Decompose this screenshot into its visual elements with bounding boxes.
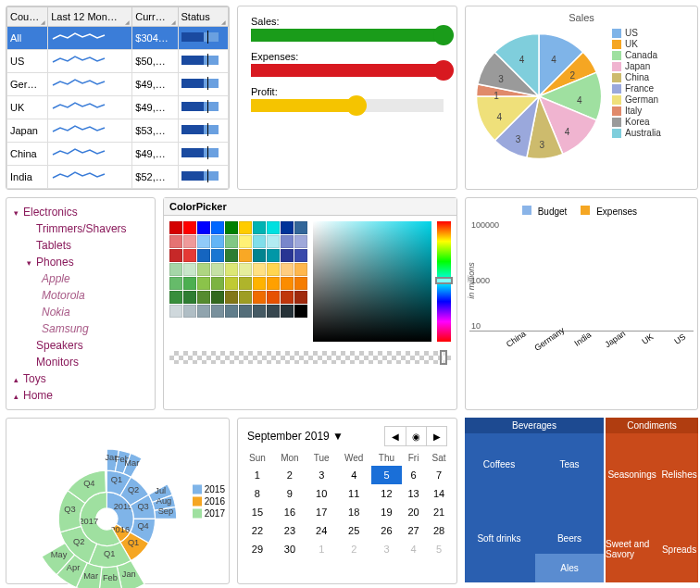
- color-swatch[interactable]: [294, 277, 307, 290]
- color-swatch[interactable]: [183, 249, 196, 262]
- color-swatch[interactable]: [239, 277, 252, 290]
- color-swatch[interactable]: [225, 249, 238, 262]
- tree-item[interactable]: Trimmers/Shavers: [14, 220, 147, 237]
- color-swatch[interactable]: [294, 235, 307, 248]
- treemap-cell[interactable]: Spreads: [660, 517, 698, 582]
- calendar-day[interactable]: 12: [371, 484, 402, 503]
- alpha-thumb[interactable]: [440, 350, 447, 365]
- color-swatch[interactable]: [253, 305, 266, 318]
- column-header[interactable]: Curr…: [132, 7, 178, 27]
- color-swatch[interactable]: [253, 221, 266, 234]
- color-swatch[interactable]: [267, 277, 280, 290]
- color-swatch[interactable]: [225, 263, 238, 276]
- color-swatch[interactable]: [253, 291, 266, 304]
- hue-slider[interactable]: [437, 221, 451, 342]
- calendar-day[interactable]: 1: [306, 540, 337, 558]
- tree-item[interactable]: ▴Toys: [14, 370, 147, 387]
- color-swatch[interactable]: [267, 249, 280, 262]
- treemap-cell[interactable]: Relishes: [660, 435, 698, 515]
- color-swatch[interactable]: [197, 249, 210, 262]
- alpha-slider[interactable]: [169, 351, 451, 364]
- color-swatch[interactable]: [239, 249, 252, 262]
- color-swatch[interactable]: [169, 221, 182, 234]
- color-swatch[interactable]: [169, 235, 182, 248]
- slider-thumb[interactable]: [346, 95, 367, 116]
- color-swatch[interactable]: [183, 221, 196, 234]
- color-swatch[interactable]: [281, 263, 294, 276]
- color-swatch[interactable]: [197, 277, 210, 290]
- calendar-day[interactable]: 5: [371, 466, 402, 484]
- calendar-day[interactable]: 14: [425, 484, 453, 503]
- treemap-cell[interactable]: Ales: [535, 554, 604, 582]
- color-swatch[interactable]: [225, 235, 238, 248]
- tree-item[interactable]: Tablets: [14, 237, 147, 254]
- slider-thumb[interactable]: [433, 25, 454, 45]
- treemap-cell[interactable]: Teas: [535, 435, 604, 493]
- tree-item[interactable]: ▾Electronics: [14, 204, 147, 220]
- treemap-cell[interactable]: Soft drinks: [465, 494, 533, 582]
- color-swatch[interactable]: [267, 263, 280, 276]
- slider-track[interactable]: [251, 29, 444, 42]
- calendar-day[interactable]: 4: [336, 466, 371, 484]
- color-swatch[interactable]: [239, 221, 252, 234]
- color-swatch[interactable]: [211, 249, 224, 262]
- tree-item[interactable]: Samsung: [14, 320, 147, 337]
- color-swatch[interactable]: [281, 235, 294, 248]
- color-swatch[interactable]: [169, 263, 182, 276]
- color-swatch[interactable]: [239, 263, 252, 276]
- color-swatch[interactable]: [267, 235, 280, 248]
- color-swatch[interactable]: [281, 305, 294, 318]
- color-swatch[interactable]: [239, 305, 252, 318]
- color-swatch[interactable]: [267, 305, 280, 318]
- color-swatch[interactable]: [211, 221, 224, 234]
- color-swatch[interactable]: [169, 249, 182, 262]
- calendar-day[interactable]: 1: [242, 466, 273, 484]
- table-row[interactable]: India $52,…: [7, 166, 229, 189]
- color-swatch[interactable]: [197, 291, 210, 304]
- color-swatch[interactable]: [239, 235, 252, 248]
- calendar-day[interactable]: 25: [336, 521, 371, 540]
- slider-thumb[interactable]: [433, 60, 454, 81]
- calendar-day[interactable]: 17: [306, 503, 337, 521]
- color-swatch[interactable]: [211, 263, 224, 276]
- color-swatch[interactable]: [225, 221, 238, 234]
- color-swatch[interactable]: [169, 277, 182, 290]
- slider-track[interactable]: [251, 64, 444, 77]
- tree-item[interactable]: ▴Home: [14, 387, 147, 404]
- color-swatch[interactable]: [253, 235, 266, 248]
- color-swatch[interactable]: [197, 221, 210, 234]
- color-swatch[interactable]: [197, 305, 210, 318]
- color-swatch[interactable]: [294, 249, 307, 262]
- color-swatch[interactable]: [267, 291, 280, 304]
- calendar-day[interactable]: 4: [402, 540, 425, 558]
- treemap-cell[interactable]: Seasonings: [606, 435, 658, 515]
- today-button[interactable]: ◉: [406, 427, 426, 445]
- tree-item[interactable]: Speakers: [14, 337, 147, 354]
- calendar-day[interactable]: 6: [402, 466, 425, 484]
- calendar-day[interactable]: 2: [273, 466, 306, 484]
- color-swatch[interactable]: [211, 291, 224, 304]
- color-swatch[interactable]: [183, 235, 196, 248]
- column-header[interactable]: Status: [178, 7, 228, 27]
- tree-item[interactable]: Motorola: [14, 287, 147, 304]
- color-swatch[interactable]: [281, 249, 294, 262]
- table-row[interactable]: US $50,…: [7, 50, 229, 73]
- color-swatch[interactable]: [239, 291, 252, 304]
- color-swatch[interactable]: [294, 221, 307, 234]
- calendar-day[interactable]: 13: [402, 484, 425, 503]
- calendar-title[interactable]: September 2019 ▼: [247, 430, 344, 443]
- color-swatch[interactable]: [225, 305, 238, 318]
- color-swatch[interactable]: [197, 263, 210, 276]
- tree-item[interactable]: ▾Phones: [14, 254, 147, 270]
- color-swatch[interactable]: [267, 221, 280, 234]
- calendar-day[interactable]: 11: [336, 484, 371, 503]
- calendar-day[interactable]: 9: [273, 484, 306, 503]
- calendar-day[interactable]: 28: [425, 521, 453, 540]
- swatch-grid[interactable]: [169, 221, 307, 318]
- prev-month-button[interactable]: ◀: [385, 427, 406, 445]
- color-swatch[interactable]: [211, 277, 224, 290]
- calendar-day[interactable]: 8: [242, 484, 273, 503]
- column-header[interactable]: Cou…: [7, 7, 48, 27]
- treemap-cell[interactable]: Sweet and Savory: [606, 517, 658, 582]
- color-swatch[interactable]: [211, 305, 224, 318]
